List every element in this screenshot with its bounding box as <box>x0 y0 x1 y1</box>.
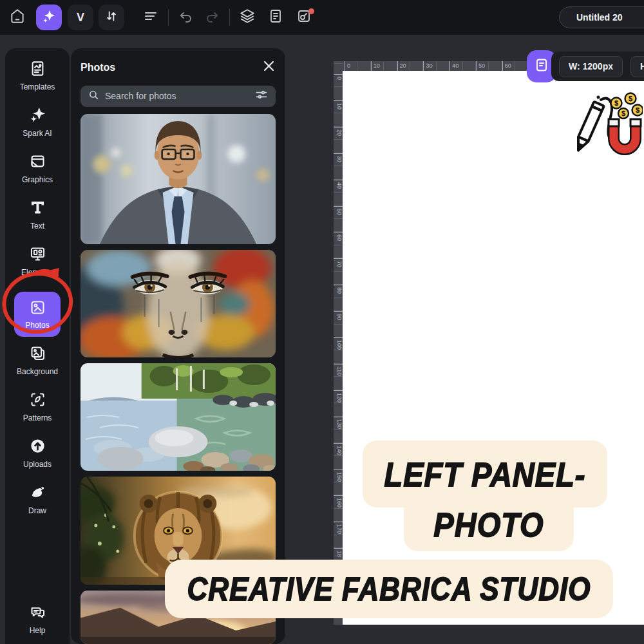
draw-icon <box>29 484 46 503</box>
sidebar-item-photos-active[interactable]: Photos <box>14 292 61 337</box>
redo-button[interactable] <box>201 6 223 28</box>
home-icon <box>9 8 26 27</box>
patterns-icon <box>29 391 46 410</box>
sort-arrows-button[interactable] <box>99 5 124 30</box>
document-title: Untitled 20 <box>576 12 623 23</box>
text-icon <box>29 199 46 218</box>
svg-text:$: $ <box>636 106 639 114</box>
sidebar-item-photos[interactable]: Photos <box>9 292 66 337</box>
photo-thumbnail[interactable] <box>80 114 276 244</box>
v-mode-button[interactable]: V <box>68 5 93 30</box>
graphics-icon <box>29 153 46 172</box>
sidebar-item-text[interactable]: Text <box>9 199 66 231</box>
templates-icon <box>29 60 46 79</box>
spark-ai-icon <box>29 106 46 126</box>
overlay-text-line3: CREATIVE FABRICA STUDIO <box>187 571 591 607</box>
ruler-vertical: 0102030405060708090100110120130140150160… <box>334 61 343 625</box>
coins-icon: $ $ $ $ <box>611 93 643 119</box>
sparkle-icon <box>41 8 57 26</box>
notes-button[interactable] <box>265 6 287 28</box>
left-sidebar: Templates Spark AI Graphics Text Element… <box>5 48 70 644</box>
sidebar-item-patterns[interactable]: Patterns <box>9 391 66 422</box>
svg-text:$: $ <box>629 95 632 102</box>
v-mode-label: V <box>77 11 84 24</box>
sidebar-item-graphics[interactable]: Graphics <box>9 153 66 184</box>
filter-icon[interactable] <box>255 88 268 104</box>
page-icon <box>534 57 549 75</box>
sidebar-item-label: Text <box>30 222 44 231</box>
layers-icon <box>239 8 256 27</box>
pencil-icon <box>573 102 604 153</box>
uploads-icon <box>29 437 46 457</box>
sidebar-item-uploads[interactable]: Uploads <box>9 437 66 469</box>
document-title-pill[interactable]: Untitled 20 <box>559 6 644 28</box>
background-icon <box>29 345 46 364</box>
height-field[interactable]: H: <box>630 56 644 77</box>
sidebar-item-background[interactable]: Background <box>9 345 66 376</box>
width-field[interactable]: W: 1200px <box>559 56 623 77</box>
sidebar-item-label: Graphics <box>22 175 53 184</box>
versions-button[interactable] <box>293 6 315 28</box>
elements-icon <box>29 245 46 265</box>
sidebar-item-elements[interactable]: Elements <box>9 245 66 277</box>
canvas-doodle-pencil-magnet[interactable]: $ $ $ $ <box>569 92 643 163</box>
undo-icon <box>178 8 194 26</box>
svg-text:$: $ <box>621 109 625 117</box>
photo-searchbar <box>80 86 276 107</box>
sidebar-item-label: Help <box>30 626 46 635</box>
sidebar-item-label: Photos <box>25 321 49 330</box>
overlay-text-line2: PHOTO <box>433 504 544 544</box>
toolbar-divider <box>229 9 230 26</box>
sidebar-item-spark-ai[interactable]: Spark AI <box>9 106 66 138</box>
notes-icon <box>268 8 283 26</box>
toolbar-divider <box>168 9 169 26</box>
sort-arrows-icon <box>105 10 118 26</box>
width-value: W: 1200px <box>569 61 613 71</box>
layers-button[interactable] <box>236 6 258 28</box>
photo-thumbnail[interactable] <box>80 363 276 471</box>
sidebar-item-label: Background <box>17 367 58 376</box>
height-value: H: <box>640 61 644 71</box>
align-lines-icon <box>143 8 158 26</box>
magnet-icon <box>609 119 641 149</box>
sidebar-item-help[interactable]: Help <box>9 603 66 635</box>
notification-dot <box>308 8 314 14</box>
photo-thumbnail[interactable] <box>80 250 276 357</box>
close-icon <box>264 61 274 73</box>
close-panel-button[interactable] <box>261 61 276 75</box>
top-toolbar: V Untitled 20 <box>0 0 644 35</box>
panel-title: Photos <box>80 62 115 73</box>
align-lines-button[interactable] <box>140 6 162 28</box>
overlay-text-line1: LEFT PANEL- <box>384 454 586 494</box>
sidebar-item-label: Spark AI <box>23 129 52 138</box>
photos-icon <box>29 299 46 318</box>
size-toolbar: W: 1200px H: <box>551 52 644 81</box>
overlay-text-box-2[interactable]: PHOTO <box>404 497 574 551</box>
sidebar-item-label: Elements <box>21 268 53 277</box>
search-icon <box>88 90 99 103</box>
sidebar-item-label: Uploads <box>23 460 52 469</box>
search-input[interactable] <box>105 91 249 101</box>
sidebar-item-label: Templates <box>20 82 55 91</box>
spark-ai-button[interactable] <box>36 5 62 30</box>
home-button[interactable] <box>6 6 28 28</box>
help-icon <box>29 603 46 623</box>
svg-text:$: $ <box>614 99 618 107</box>
redo-icon <box>204 8 220 26</box>
photos-panel: Photos <box>71 48 285 644</box>
sidebar-item-label: Patterns <box>23 413 52 422</box>
sidebar-item-label: Draw <box>28 506 46 515</box>
sidebar-item-draw[interactable]: Draw <box>9 484 66 515</box>
overlay-text-box-3[interactable]: CREATIVE FABRICA STUDIO <box>165 560 613 618</box>
undo-button[interactable] <box>175 6 197 28</box>
sidebar-item-templates[interactable]: Templates <box>9 60 66 91</box>
